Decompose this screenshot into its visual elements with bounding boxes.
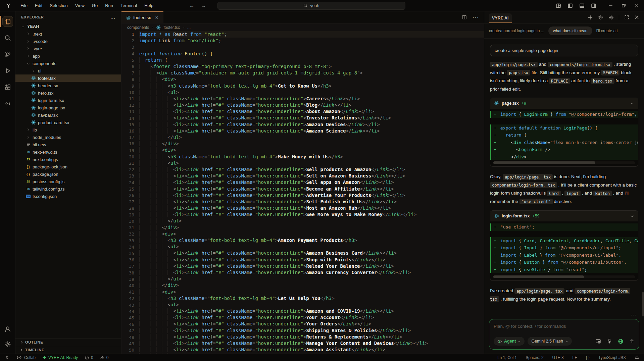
tree-item-navbar-tsx[interactable]: navbar.tsx: [15, 111, 121, 119]
status-broadcast[interactable]: Collab: [16, 354, 36, 361]
code-line[interactable]: <li><Link href="#" className="hover:unde…: [139, 321, 484, 327]
code-line[interactable]: <li><Link href="#" className="hover:unde…: [139, 327, 484, 334]
code-line[interactable]: <h3 className="font-bold text-lg mb-4">A…: [139, 237, 484, 244]
nav-forward-icon[interactable]: →: [201, 3, 206, 8]
window-restore-icon[interactable]: [621, 3, 626, 8]
status--[interactable]: { }: [586, 355, 590, 360]
code-line[interactable]: </ul>: [139, 276, 484, 282]
chevron-down-icon[interactable]: [630, 214, 634, 218]
tree-item-footer-tsx[interactable]: footer.tsx: [15, 74, 121, 82]
code-line[interactable]: <li><Link href="#" className="hover:unde…: [139, 128, 484, 134]
code-line[interactable]: <div>: [139, 147, 484, 153]
status-lf[interactable]: LF: [573, 355, 577, 360]
code-line[interactable]: <li><Link href="#" className="hover:unde…: [139, 211, 484, 218]
menu-run[interactable]: Run: [101, 2, 117, 9]
code-line[interactable]: <div>: [139, 76, 484, 83]
code-line[interactable]: <li><Link href="#" className="hover:unde…: [139, 166, 484, 173]
input-globe-icon[interactable]: [618, 339, 624, 344]
status-ln-1-col-1[interactable]: Ln 1, Col 1: [497, 355, 517, 360]
activity-run-debug[interactable]: [2, 65, 13, 76]
tree-item-lib[interactable]: lib: [15, 126, 121, 134]
code-line[interactable]: <li><Link href="#" className="hover:unde…: [139, 186, 484, 192]
input-mic-icon[interactable]: [607, 339, 612, 344]
status-spaces-2[interactable]: Spaces: 2: [526, 355, 543, 360]
activity-extensions[interactable]: [2, 82, 13, 93]
menu-selection[interactable]: Selection: [46, 2, 71, 9]
explorer-more-icon[interactable]: ...: [110, 14, 115, 20]
outline-section[interactable]: OUTLINE: [15, 338, 121, 346]
tree-item-node-modules[interactable]: node_modules: [15, 134, 121, 141]
tree-item-components[interactable]: components: [15, 60, 121, 67]
code-line[interactable]: <li><Link href="#" className="hover:unde…: [139, 173, 484, 179]
menu-terminal[interactable]: Terminal: [117, 2, 141, 9]
code-line[interactable]: <li><Link href="#" className="hover:unde…: [139, 308, 484, 314]
code-line[interactable]: import * as React from "react";: [139, 31, 484, 38]
code-line[interactable]: <li><Link href="#" className="hover:unde…: [139, 250, 484, 256]
status-remote[interactable]: [5, 355, 9, 360]
panel-right-icon[interactable]: [591, 3, 596, 8]
code-line[interactable]: <li><Link href="#" className="hover:unde…: [139, 121, 484, 128]
input-send-icon[interactable]: [629, 339, 635, 344]
code-line[interactable]: <ul>: [139, 160, 484, 166]
code-line[interactable]: <li><Link href="#" className="hover:unde…: [139, 179, 484, 186]
code-line[interactable]: <h3 className="font-bold text-lg mb-4">L…: [139, 295, 484, 302]
command-search-input[interactable]: yeah: [217, 2, 405, 10]
message-more-button[interactable]: ...: [491, 311, 637, 316]
tree-item-header-tsx[interactable]: header.tsx: [15, 82, 121, 89]
status-sparkle[interactable]: VYRE AI: Ready: [42, 355, 78, 360]
card-h-scrollbar[interactable]: [493, 161, 635, 164]
tree-item--vscode[interactable]: .vscode: [15, 38, 121, 45]
agent-mode-selector[interactable]: Agent: [494, 337, 525, 346]
code-line[interactable]: </div>: [139, 282, 484, 289]
panel-expand-icon[interactable]: [624, 15, 629, 20]
code-line[interactable]: </ul>: [139, 218, 484, 224]
status-bell[interactable]: [635, 355, 639, 360]
layout-grid-icon[interactable]: [556, 3, 561, 8]
activity-search[interactable]: [2, 33, 13, 43]
tree-item-hii-new[interactable]: hii.new: [15, 141, 121, 148]
code-line[interactable]: <li><Link href="#" className="hover:unde…: [139, 314, 484, 321]
card-h-scrollbar[interactable]: [493, 275, 635, 278]
tree-item-app[interactable]: app: [15, 52, 121, 60]
tree-item-hero-tsx[interactable]: hero.tsx: [15, 89, 121, 97]
chat-scrollbar[interactable]: [642, 292, 644, 316]
code-line[interactable]: <li><Link href="#" className="hover:unde…: [139, 347, 484, 353]
panel-left-icon[interactable]: [567, 3, 573, 8]
activity-broadcast[interactable]: [2, 98, 13, 109]
code-line[interactable]: <li><Link href="#" className="hover:unde…: [139, 192, 484, 199]
code-line[interactable]: export function Footer() {: [139, 51, 484, 57]
code-line[interactable]: return (: [139, 57, 484, 63]
split-editor-icon[interactable]: [462, 15, 467, 20]
chat-input-box[interactable]: Plan, @ for context, / for commands Agen…: [489, 319, 639, 350]
code-line[interactable]: <li><Link href="#" className="hover:unde…: [139, 96, 484, 102]
history-pill[interactable]: what does cli mean: [548, 27, 592, 35]
menu-help[interactable]: Help: [141, 2, 157, 9]
tree-item-next-config-js[interactable]: JSnext.config.js: [15, 156, 121, 163]
code-line[interactable]: <div className="container mx-auto grid g…: [139, 70, 484, 76]
tree-item--next[interactable]: .next: [15, 30, 121, 38]
nav-back-icon[interactable]: ←: [189, 3, 194, 8]
panel-bottom-icon[interactable]: [579, 3, 585, 8]
code-line[interactable]: <ul>: [139, 302, 484, 308]
code-line[interactable]: <footer className="bg-primary text-prima…: [139, 63, 484, 70]
code-line[interactable]: <li><Link href="#" className="hover:unde…: [139, 353, 484, 354]
code-line[interactable]: </div>: [139, 141, 484, 147]
tab-close-icon[interactable]: ✕: [155, 15, 159, 20]
tree-item-tsconfig-json[interactable]: TStsconfig.json: [15, 193, 121, 200]
activity-files[interactable]: [2, 16, 13, 27]
tree-item-tailwind-config-ts[interactable]: TStailwind.config.ts: [15, 185, 121, 193]
code-line[interactable]: <ul>: [139, 89, 484, 96]
panel-history-icon[interactable]: [598, 15, 603, 20]
panel-plus-icon[interactable]: [588, 15, 593, 20]
code-editor[interactable]: 1234567891011121314151617181920212223242…: [121, 31, 484, 354]
code-line[interactable]: <li><Link href="#" className="hover:unde…: [139, 102, 484, 108]
tab-footer-tsx[interactable]: footer.tsx ✕: [121, 11, 163, 23]
code-line[interactable]: <li><Link href="#" className="hover:unde…: [139, 263, 484, 269]
panel-gear-icon[interactable]: [608, 15, 614, 20]
code-line[interactable]: <li><Link href="#" className="hover:unde…: [139, 108, 484, 115]
input-screenshot-icon[interactable]: [595, 339, 601, 344]
menu-view[interactable]: View: [71, 2, 88, 9]
tree-item-next-env-d-ts[interactable]: TSnext-env.d.ts: [15, 148, 121, 156]
status-error[interactable]: 0: [85, 355, 93, 360]
code-line[interactable]: import Link from "next/link";: [139, 38, 484, 44]
